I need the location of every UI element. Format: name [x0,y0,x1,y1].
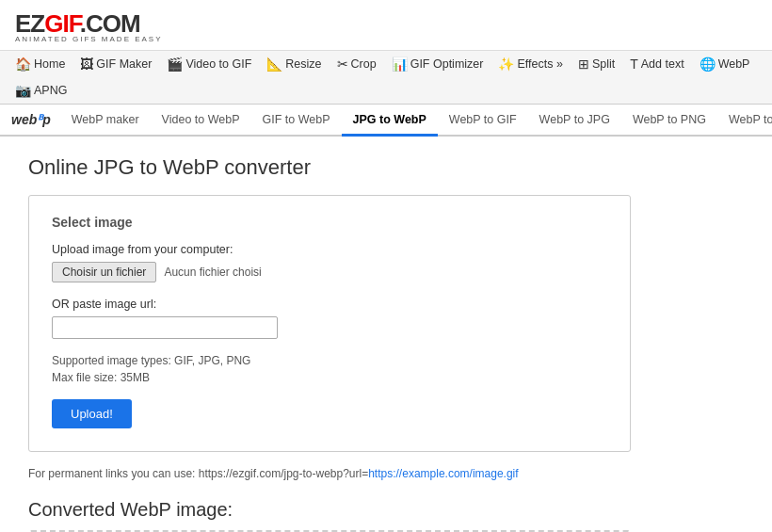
file-choose-button[interactable]: Choisir un fichier [52,262,156,282]
logo[interactable]: EZGIF.COM ANIMATED GIFS MADE EASY [15,9,163,43]
nav-split[interactable]: ⊞ Split [571,51,622,77]
tab-webp-to-png[interactable]: WebP to PNG [621,105,717,137]
tab-webp-to-mp4[interactable]: WebP to MP4 [717,105,772,137]
effects-icon: ✨ [498,56,514,72]
nav-apng[interactable]: 📷 APNG [8,77,74,104]
url-label: OR paste image url: [52,298,607,311]
supported-types: Supported image types: GIF, JPG, PNG [52,354,607,367]
resize-icon: 📐 [266,56,282,72]
main-content: Online JPG to WebP converter Select imag… [0,137,772,532]
tab-gif-to-webp[interactable]: GIF to WebP [251,105,342,137]
select-image-box: Select image Upload image from your comp… [28,195,631,452]
nav-crop[interactable]: ✂ Crop [330,51,384,77]
tab-jpg-to-webp[interactable]: JPG to WebP [342,105,438,137]
nav-webp[interactable]: 🌐 WebP [692,51,758,77]
tab-video-to-webp[interactable]: Video to WebP [151,105,251,137]
tab-webp-to-jpg[interactable]: WebP to JPG [528,105,621,137]
nav-effects[interactable]: ✨ Effects » [491,51,570,77]
video-icon: 🎬 [167,56,183,72]
converted-title: Converted WebP image: [28,499,744,521]
header: EZGIF.COM ANIMATED GIFS MADE EASY [0,0,772,51]
nav-video-to-gif[interactable]: 🎬 Video to GIF [159,51,259,77]
main-nav: 🏠 Home 🖼 GIF Maker 🎬 Video to GIF 📐 Resi… [0,51,772,105]
crop-icon: ✂ [337,56,348,72]
upload-label: Upload image from your computer: [52,243,607,256]
nav-resize[interactable]: 📐 Resize [259,51,329,77]
text-icon: T [630,56,638,72]
page-title: Online JPG to WebP converter [28,155,744,180]
optimizer-icon: 📊 [392,56,408,72]
split-icon: ⊞ [578,56,589,72]
upload-button[interactable]: Upload! [52,399,132,428]
file-input-row: Choisir un fichier Aucun fichier choisi [52,262,607,282]
url-input[interactable] [52,316,278,339]
nav-gif-optimizer[interactable]: 📊 GIF Optimizer [384,51,491,77]
sub-nav: webᴮp WebP maker Video to WebP GIF to We… [0,105,772,137]
nav-add-text[interactable]: T Add text [622,51,691,77]
sub-nav-brand: webᴮp [8,105,60,135]
tab-webp-to-gif[interactable]: WebP to GIF [438,105,528,137]
box-title: Select image [52,215,607,230]
nav-gif-maker[interactable]: 🖼 GIF Maker [72,51,159,77]
nav-home[interactable]: 🏠 Home [8,51,72,77]
max-file-size: Max file size: 35MB [52,371,607,384]
tab-webp-maker[interactable]: WebP maker [60,105,151,137]
gif-maker-icon: 🖼 [80,56,93,72]
logo-tagline: ANIMATED GIFS MADE EASY [15,35,163,43]
apng-icon: 📷 [15,83,31,98]
webp-icon: 🌐 [700,56,716,72]
permanent-link: For permanent links you can use: https:/… [28,467,744,480]
example-url-link[interactable]: https://example.com/image.gif [368,467,518,480]
home-icon: 🏠 [15,56,31,72]
file-no-choice-label: Aucun fichier choisi [164,266,261,279]
